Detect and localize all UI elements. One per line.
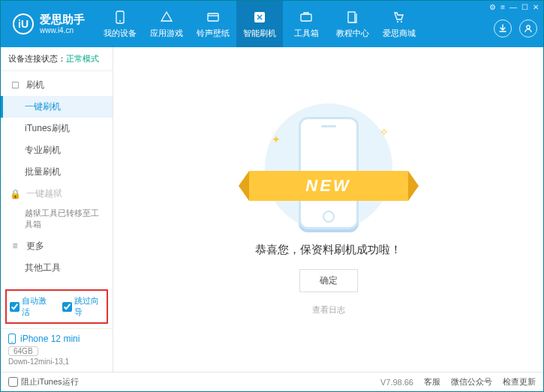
new-banner: NEW (249, 171, 408, 201)
skip-guide-checkbox[interactable]: 跳过向导 (62, 295, 104, 318)
nav-item-4[interactable]: 工具箱 (283, 1, 329, 47)
nav-label: 应用游戏 (150, 28, 183, 39)
sidebar-note: 越狱工具已转移至工具箱 (1, 205, 113, 235)
more-icon: ≡ (10, 241, 20, 251)
lock-icon: 🔒 (10, 189, 20, 199)
top-nav: 我的设备应用游戏铃声壁纸智能刷机工具箱教程中心爱思商城 (97, 1, 422, 47)
sidebar: 设备连接状态：正常模式 ☐刷机一键刷机iTunes刷机专业刷机批量刷机🔒一键越狱… (1, 47, 113, 372)
nav-icon (345, 10, 360, 25)
version-label: V7.98.66 (380, 378, 413, 387)
sidebar-item-0-3[interactable]: 批量刷机 (1, 161, 113, 183)
sparkle-icon: ✧ (380, 126, 389, 138)
svg-point-10 (11, 342, 13, 343)
brand-url: www.i4.cn (40, 26, 85, 35)
nav-label: 智能刷机 (243, 28, 276, 39)
nav-icon (159, 10, 174, 25)
nav-icon (392, 10, 407, 25)
view-log-link[interactable]: 查看日志 (312, 304, 345, 316)
nav-item-0[interactable]: 我的设备 (97, 1, 143, 47)
sidebar-group-label: 一键越狱 (26, 187, 62, 200)
device-info: iPhone 12 mini 64GB Down-12mini-13,1 (1, 328, 113, 372)
ok-button[interactable]: 确定 (299, 269, 358, 292)
sidebar-list: ☐刷机一键刷机iTunes刷机专业刷机批量刷机🔒一键越狱越狱工具已转移至工具箱≡… (1, 71, 113, 285)
sidebar-group-1: 🔒一键越狱 (1, 183, 113, 205)
customer-service-link[interactable]: 客服 (424, 376, 440, 388)
user-icon[interactable] (519, 19, 537, 37)
nav-item-5[interactable]: 教程中心 (329, 1, 376, 47)
app-header: ⚙ ≡ — ☐ ✕ iU 爱思助手 www.i4.cn 我的设备应用游戏铃声壁纸… (1, 1, 543, 47)
connection-status: 设备连接状态：正常模式 (1, 47, 113, 71)
sidebar-item-0-0[interactable]: 一键刷机 (1, 96, 113, 118)
auto-activate-checkbox[interactable]: 自动激活 (10, 295, 52, 318)
brand: iU 爱思助手 www.i4.cn (1, 1, 97, 47)
nav-label: 教程中心 (336, 28, 369, 39)
nav-icon (299, 10, 314, 25)
success-illustration: ✦ ✧ ✦ NEW (254, 103, 404, 231)
nav-item-3[interactable]: 智能刷机 (236, 1, 283, 47)
main-content: ✦ ✧ ✦ NEW 恭喜您，保资料刷机成功啦！ 确定 查看日志 (113, 47, 543, 372)
block-itunes-checkbox[interactable]: 阻止iTunes运行 (8, 376, 79, 388)
svg-rect-4 (301, 14, 311, 21)
svg-point-7 (401, 21, 402, 22)
phone-icon: ☐ (10, 80, 20, 91)
sidebar-group-label: 刷机 (26, 79, 44, 91)
storage-badge: 64GB (8, 346, 38, 356)
download-icon[interactable] (494, 19, 512, 37)
sidebar-item-2-1[interactable]: 下载固件 (1, 279, 113, 285)
nav-label: 工具箱 (294, 28, 319, 39)
phone-icon (8, 334, 16, 344)
nav-icon (252, 10, 267, 25)
nav-icon (206, 10, 221, 25)
nav-icon (113, 10, 128, 25)
nav-item-1[interactable]: 应用游戏 (143, 1, 190, 47)
sidebar-group-2[interactable]: ≡更多 (1, 235, 113, 257)
nav-item-2[interactable]: 铃声壁纸 (190, 1, 236, 47)
svg-point-1 (119, 20, 121, 22)
status-label: 设备连接状态： (8, 54, 66, 63)
sidebar-group-label: 更多 (26, 240, 44, 253)
header-right (494, 1, 537, 47)
sparkle-icon: ✦ (272, 133, 281, 145)
svg-rect-2 (208, 13, 218, 21)
status-value: 正常模式 (66, 54, 99, 63)
nav-label: 铃声壁纸 (197, 28, 230, 39)
brand-title: 爱思助手 (40, 13, 85, 26)
wechat-link[interactable]: 微信公众号 (451, 376, 492, 388)
check-update-link[interactable]: 检查更新 (503, 376, 536, 388)
footer: 阻止iTunes运行 V7.98.66 客服 微信公众号 检查更新 (1, 372, 543, 391)
svg-point-6 (397, 21, 398, 22)
nav-label: 我的设备 (104, 28, 137, 39)
brand-logo-icon: iU (13, 13, 34, 34)
sidebar-item-0-2[interactable]: 专业刷机 (1, 139, 113, 161)
nav-item-6[interactable]: 爱思商城 (376, 1, 422, 47)
device-name[interactable]: iPhone 12 mini (8, 334, 105, 344)
flash-options-box: 自动激活 跳过向导 (5, 289, 108, 324)
success-message: 恭喜您，保资料刷机成功啦！ (255, 243, 401, 257)
sidebar-item-0-1[interactable]: iTunes刷机 (1, 118, 113, 139)
sidebar-group-0[interactable]: ☐刷机 (1, 74, 113, 96)
svg-rect-5 (348, 12, 355, 22)
nav-label: 爱思商城 (383, 28, 416, 39)
svg-point-8 (527, 25, 530, 28)
device-firmware: Down-12mini-13,1 (8, 358, 105, 366)
sidebar-item-2-0[interactable]: 其他工具 (1, 257, 113, 279)
